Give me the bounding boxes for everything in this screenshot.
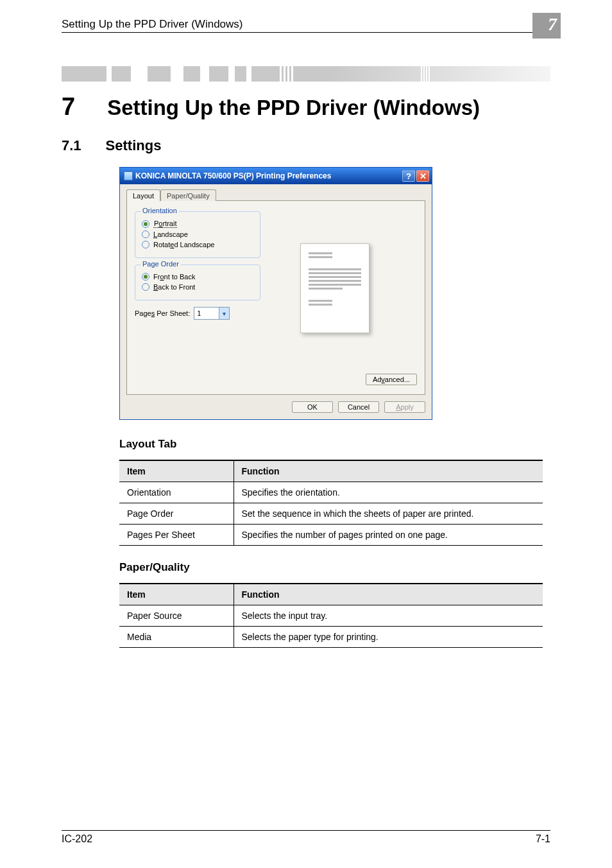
running-title: Setting Up the PPD Driver (Windows) bbox=[62, 18, 242, 31]
advanced-button[interactable]: Advanced... bbox=[366, 374, 417, 385]
paper-quality-table: Item Function Paper Source Selects the i… bbox=[119, 583, 543, 648]
help-button[interactable]: ? bbox=[402, 170, 415, 182]
chapter-badge: 7 bbox=[532, 13, 561, 39]
layout-tab-table: Item Function Orientation Specifies the … bbox=[119, 460, 543, 546]
dialog-title: KONICA MINOLTA 750/600 PS(P) Printing Pr… bbox=[135, 171, 331, 180]
tabpanel-layout: Orientation Portrait Landscape Rotated L… bbox=[126, 200, 425, 395]
chapter-number: 7 bbox=[62, 93, 75, 121]
table-row: Paper Source Selects the input tray. bbox=[119, 605, 543, 627]
table-row: Pages Per Sheet Specifies the number of … bbox=[119, 525, 543, 546]
layout-tab-subheading: Layout Tab bbox=[119, 438, 550, 451]
pages-per-sheet-label: Pages Per Sheet: bbox=[135, 309, 190, 317]
radio-landscape-label: Landscape bbox=[153, 230, 188, 238]
paper-quality-subheading: Paper/Quality bbox=[119, 561, 550, 574]
section-heading: 7.1 Settings bbox=[62, 137, 550, 154]
orientation-legend: Orientation bbox=[140, 207, 179, 214]
print-preferences-dialog: KONICA MINOLTA 750/600 PS(P) Printing Pr… bbox=[119, 167, 432, 420]
radio-back-to-front-label: Back to Front bbox=[153, 283, 195, 291]
pages-per-sheet-value: 1 bbox=[194, 309, 219, 317]
col-item: Item bbox=[119, 460, 234, 482]
dialog-button-row: OK Cancel Apply bbox=[126, 401, 425, 413]
printer-icon bbox=[124, 171, 133, 180]
radio-front-to-back-label: Front to Back bbox=[153, 273, 195, 281]
table-row: Orientation Specifies the orientation. bbox=[119, 482, 543, 503]
section-number: 7.1 bbox=[62, 137, 81, 154]
radio-front-to-back[interactable] bbox=[142, 273, 149, 281]
col-function: Function bbox=[234, 584, 543, 605]
radio-portrait-label: Portrait bbox=[153, 220, 177, 228]
close-button[interactable]: ✕ bbox=[416, 170, 429, 182]
cancel-button[interactable]: Cancel bbox=[338, 401, 379, 413]
running-head: Setting Up the PPD Driver (Windows) bbox=[62, 18, 550, 33]
apply-button[interactable]: Apply bbox=[384, 401, 425, 413]
radio-rotated-landscape[interactable] bbox=[142, 241, 149, 248]
table-row: Page Order Set the sequence in which the… bbox=[119, 503, 543, 525]
chevron-down-icon: ▾ bbox=[219, 308, 229, 319]
tabstrip: Layout Paper/Quality bbox=[126, 189, 425, 201]
col-item: Item bbox=[119, 584, 234, 605]
radio-back-to-front[interactable] bbox=[142, 283, 149, 291]
page-footer: IC-202 7-1 bbox=[62, 830, 550, 845]
page-order-group: Page Order Front to Back Back to Front bbox=[135, 265, 260, 300]
pages-per-sheet-select[interactable]: 1 ▾ bbox=[194, 307, 230, 320]
tab-paper-quality[interactable]: Paper/Quality bbox=[160, 189, 216, 201]
footer-right: 7-1 bbox=[536, 833, 550, 845]
dialog-titlebar: KONICA MINOLTA 750/600 PS(P) Printing Pr… bbox=[120, 168, 432, 184]
table-row: Media Selects the paper type for printin… bbox=[119, 627, 543, 648]
page-preview bbox=[300, 243, 370, 333]
radio-portrait[interactable] bbox=[142, 220, 149, 228]
pages-per-sheet-row: Pages Per Sheet: 1 ▾ bbox=[135, 307, 417, 320]
orientation-group: Orientation Portrait Landscape Rotated L… bbox=[135, 211, 260, 258]
chapter-title: Setting Up the PPD Driver (Windows) bbox=[107, 96, 480, 120]
decorative-band bbox=[62, 66, 550, 82]
close-icon: ✕ bbox=[420, 171, 427, 181]
col-function: Function bbox=[234, 460, 543, 482]
page-order-legend: Page Order bbox=[140, 260, 181, 268]
chapter-heading: 7 Setting Up the PPD Driver (Windows) bbox=[62, 93, 550, 121]
footer-left: IC-202 bbox=[62, 833, 92, 845]
radio-rotated-landscape-label: Rotated Landscape bbox=[153, 241, 214, 248]
radio-landscape[interactable] bbox=[142, 230, 149, 238]
section-title: Settings bbox=[106, 137, 162, 154]
ok-button[interactable]: OK bbox=[292, 401, 333, 413]
tab-layout[interactable]: Layout bbox=[126, 189, 160, 201]
